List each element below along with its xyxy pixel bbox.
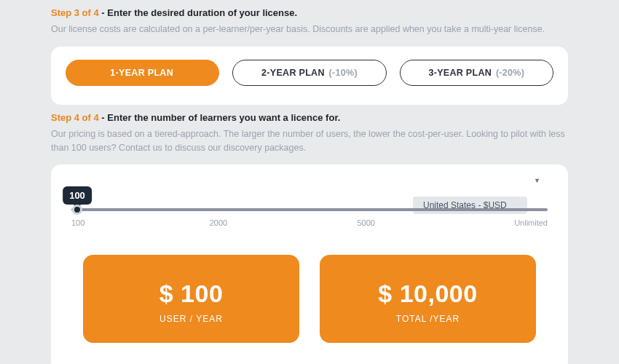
plan-3-year-label: 3-YEAR PLAN <box>428 68 492 78</box>
price-per-user-card: $ 100 USER / YEAR <box>83 255 299 343</box>
step-4-title: - Enter the number of learners you want … <box>99 112 341 123</box>
slider-thumb[interactable] <box>72 205 82 215</box>
slider-track <box>71 208 548 211</box>
learners-card: United States - $USD ▼ 100 100 2000 5000… <box>51 165 568 364</box>
plan-3-year-discount: (-20%) <box>496 68 524 78</box>
plan-2-year-discount: (-10%) <box>329 68 358 78</box>
price-total-label: TOTAL /YEAR <box>327 314 529 324</box>
slider-tick-100: 100 <box>71 218 84 227</box>
step-3-title: - Enter the desired duration of your lic… <box>99 7 297 18</box>
step-3-description: Our license costs are calculated on a pe… <box>51 23 568 36</box>
slider-tick-5000: 5000 <box>357 218 374 227</box>
slider-tick-labels: 100 2000 5000 Unlimited <box>71 218 548 229</box>
slider-tick-2000: 2000 <box>210 218 227 227</box>
chevron-down-icon: ▼ <box>534 177 540 184</box>
step-4-description: Our pricing is based on a tiered-approac… <box>51 127 568 155</box>
slider-tick-unlimited: Unlimited <box>514 218 548 227</box>
price-total-card: $ 10,000 TOTAL /YEAR <box>320 255 536 343</box>
price-per-user-amount: $ 100 <box>90 280 292 308</box>
plan-1-year-button[interactable]: 1-YEAR PLAN <box>66 60 219 86</box>
pricing-row: $ 100 USER / YEAR $ 10,000 TOTAL /YEAR <box>71 255 548 343</box>
step-4-heading: Step 4 of 4 - Enter the number of learne… <box>51 112 568 123</box>
plan-options-row: 1-YEAR PLAN 2-YEAR PLAN (-10%) 3-YEAR PL… <box>66 60 553 86</box>
step-3-heading: Step 3 of 4 - Enter the desired duration… <box>51 7 568 18</box>
plan-2-year-label: 2-YEAR PLAN <box>261 68 325 78</box>
slider-value-tooltip: 100 <box>63 186 92 205</box>
step-3-section: Step 3 of 4 - Enter the desired duration… <box>0 0 619 105</box>
price-per-user-label: USER / YEAR <box>90 314 292 324</box>
learner-slider[interactable]: 100 100 2000 5000 Unlimited <box>71 208 548 229</box>
price-total-amount: $ 10,000 <box>327 280 529 308</box>
plan-3-year-button[interactable]: 3-YEAR PLAN (-20%) <box>400 60 553 86</box>
step-3-prefix: Step 3 of 4 <box>51 7 99 18</box>
step-4-prefix: Step 4 of 4 <box>51 112 99 123</box>
plan-1-year-label: 1-YEAR PLAN <box>110 68 173 78</box>
step-4-section: Step 4 of 4 - Enter the number of learne… <box>0 105 619 364</box>
plan-2-year-button[interactable]: 2-YEAR PLAN (-10%) <box>232 60 386 86</box>
license-duration-card: 1-YEAR PLAN 2-YEAR PLAN (-10%) 3-YEAR PL… <box>51 47 568 105</box>
